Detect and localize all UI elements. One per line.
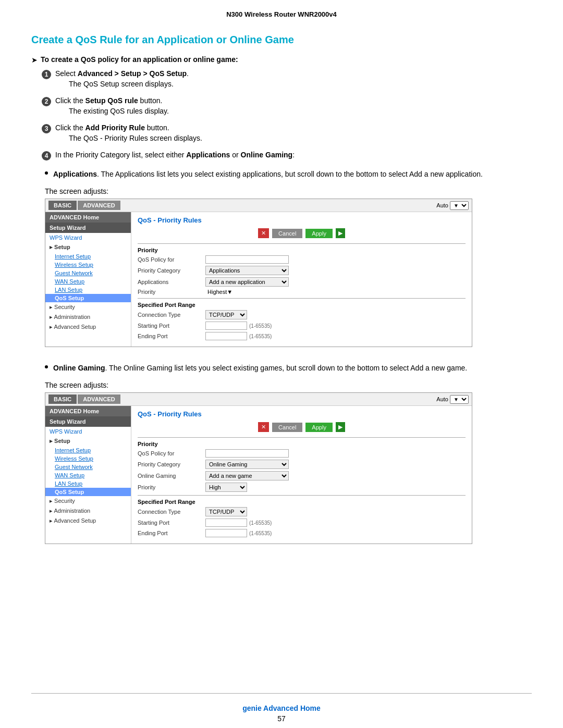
- intro-bullet: ➤ To create a QoS policy for an applicat…: [31, 55, 532, 64]
- starting-port-input-2[interactable]: [205, 519, 247, 527]
- priority-category-select-2[interactable]: Online Gaming: [205, 460, 289, 469]
- apply-btn-1[interactable]: Apply: [305, 229, 333, 238]
- tab-advanced-2[interactable]: ADVANCED: [78, 394, 120, 404]
- apply-arrow-1[interactable]: ▶: [336, 228, 345, 238]
- priority-category-select-1[interactable]: Applications: [205, 266, 289, 275]
- priority-row-2: Priority High: [138, 483, 466, 492]
- btn-row-2: ✕ Cancel Apply ▶: [138, 422, 466, 432]
- online-gaming-label-2: Online Gaming: [138, 473, 205, 479]
- step-1-text: Select Advanced > Setup > QoS Setup.: [55, 69, 189, 78]
- step-2-badge: 2: [42, 97, 51, 106]
- ending-port-input-2[interactable]: [205, 529, 247, 537]
- page-footer: genie Advanced Home 57: [31, 693, 532, 728]
- router-main-2: QoS - Priority Rules ✕ Cancel Apply ▶ Pr…: [131, 406, 472, 544]
- footer-page-number: 57: [31, 714, 532, 723]
- qos-policy-label-1: QoS Policy for: [138, 256, 205, 263]
- apply-arrow-2[interactable]: ▶: [336, 422, 345, 432]
- connection-type-row-2: Connection Type TCP/UDP: [138, 507, 466, 516]
- tab-advanced-1[interactable]: ADVANCED: [78, 201, 120, 210]
- screen-adjusts-label-2: The screen adjusts:: [45, 381, 532, 389]
- step-4: 4 In the Priority Category list, select …: [42, 151, 532, 161]
- sidebar-wireless-setup-2[interactable]: Wireless Setup: [45, 454, 131, 463]
- apply-btn-2[interactable]: Apply: [305, 423, 333, 432]
- ending-port-row-2: Ending Port (1-65535): [138, 529, 466, 537]
- step-1-badge: 1: [42, 70, 51, 79]
- cancel-btn-2[interactable]: Cancel: [272, 423, 302, 432]
- cancel-x-btn-1[interactable]: ✕: [258, 228, 269, 238]
- connection-type-row-1: Connection Type TCP/UDP: [138, 310, 466, 319]
- router-sidebar-1: ADVANCED Home Setup Wizard WPS Wizard ▸ …: [45, 212, 131, 347]
- sidebar-guest-network-2[interactable]: Guest Network: [45, 463, 131, 471]
- sidebar-lan-setup-1[interactable]: LAN Setup: [45, 286, 131, 294]
- qos-policy-row-2: QoS Policy for: [138, 449, 466, 458]
- sidebar-setup-2[interactable]: ▸ Setup: [45, 436, 131, 446]
- sidebar-internet-setup-1[interactable]: Internet Setup: [45, 252, 131, 261]
- sidebar-setup-wizard-1[interactable]: Setup Wizard: [45, 223, 131, 233]
- sidebar-advanced-home-2[interactable]: ADVANCED Home: [45, 406, 131, 416]
- applications-label-1: Applications: [138, 279, 205, 285]
- section-title: Create a QoS Rule for an Application or …: [31, 34, 532, 46]
- sidebar-guest-network-1[interactable]: Guest Network: [45, 269, 131, 277]
- sidebar-qos-setup-2[interactable]: QoS Setup: [45, 488, 131, 496]
- auto-select-2: Auto ▼: [436, 395, 469, 404]
- sidebar-advanced-setup-2[interactable]: ▸ Advanced Setup: [45, 516, 131, 526]
- starting-port-input-1[interactable]: [205, 322, 247, 330]
- page-top-title: N300 Wireless Router WNR2000v4: [31, 10, 532, 18]
- main-title-1: QoS - Priority Rules: [138, 216, 466, 224]
- sidebar-wps-2[interactable]: WPS Wizard: [45, 427, 131, 436]
- sidebar-security-1[interactable]: ▸ Security: [45, 302, 131, 312]
- screen-adjusts-label-1: The screen adjusts:: [45, 187, 532, 195]
- priority-select-2[interactable]: High: [205, 483, 247, 492]
- sidebar-admin-1[interactable]: ▸ Administration: [45, 312, 131, 322]
- applications-select-1[interactable]: Add a new application: [205, 277, 289, 287]
- applications-row-1: Applications Add a new application: [138, 277, 466, 287]
- ending-port-row-1: Ending Port (1-65535): [138, 332, 466, 340]
- sidebar-qos-setup-1[interactable]: QoS Setup: [45, 294, 131, 302]
- cancel-btn-1[interactable]: Cancel: [272, 229, 302, 238]
- step-2-sub: The existing QoS rules display.: [69, 107, 169, 115]
- auto-dropdown-2[interactable]: ▼: [450, 395, 469, 404]
- port-range-section-1: Specified Port Range: [138, 302, 466, 308]
- sidebar-advanced-setup-1[interactable]: ▸ Advanced Setup: [45, 322, 131, 332]
- footer-link[interactable]: genie Advanced Home: [242, 704, 321, 712]
- priority-category-label-1: Priority Category: [138, 267, 205, 274]
- starting-port-hint-1: (1-65535): [249, 323, 272, 329]
- bullet-dot-1: [45, 171, 48, 175]
- sidebar-wireless-setup-1[interactable]: Wireless Setup: [45, 261, 131, 269]
- tab-basic-2[interactable]: BASIC: [48, 394, 77, 404]
- sidebar-lan-setup-2[interactable]: LAN Setup: [45, 479, 131, 488]
- sidebar-advanced-home-1[interactable]: ADVANCED Home: [45, 212, 131, 223]
- sidebar-admin-2[interactable]: ▸ Administration: [45, 506, 131, 516]
- sidebar-security-2[interactable]: ▸ Security: [45, 496, 131, 506]
- cancel-x-btn-2[interactable]: ✕: [258, 422, 269, 432]
- step-2-text: Click the Setup QoS rule button.: [55, 96, 162, 105]
- priority-section-label-1: Priority: [138, 247, 466, 253]
- qos-policy-input-1[interactable]: [205, 255, 289, 264]
- step-2: 2 Click the Setup QoS rule button. The e…: [42, 96, 532, 120]
- sidebar-setup-wizard-2[interactable]: Setup Wizard: [45, 416, 131, 427]
- tab-basic-1[interactable]: BASIC: [48, 201, 77, 210]
- qos-policy-input-2[interactable]: [205, 449, 289, 458]
- auto-dropdown-1[interactable]: ▼: [450, 201, 469, 210]
- step-4-badge: 4: [42, 151, 51, 161]
- sidebar-wan-setup-2[interactable]: WAN Setup: [45, 471, 131, 479]
- starting-port-label-1: Starting Port: [138, 323, 205, 329]
- priority-label-1: Priority: [138, 289, 205, 295]
- priority-value-1: Highest: [207, 289, 227, 295]
- steps-list: 1 Select Advanced > Setup > QoS Setup. T…: [42, 69, 532, 164]
- step-3-sub: The QoS - Priority Rules screen displays…: [69, 134, 202, 142]
- sidebar-wps-1[interactable]: WPS Wizard: [45, 233, 131, 242]
- priority-row-1: Priority Highest ▼: [138, 289, 466, 295]
- sidebar-setup-1[interactable]: ▸ Setup: [45, 242, 131, 252]
- online-gaming-select-2[interactable]: Add a new game: [205, 471, 289, 480]
- applications-bullet: Applications. The Applications list lets…: [45, 169, 532, 180]
- step-4-text: In the Priority Category list, select ei…: [55, 151, 295, 159]
- sidebar-internet-setup-2[interactable]: Internet Setup: [45, 446, 131, 454]
- ending-port-input-1[interactable]: [205, 332, 247, 340]
- connection-type-select-1[interactable]: TCP/UDP: [205, 310, 247, 319]
- connection-type-select-2[interactable]: TCP/UDP: [205, 507, 247, 516]
- connection-type-label-2: Connection Type: [138, 509, 205, 515]
- sidebar-wan-setup-1[interactable]: WAN Setup: [45, 277, 131, 286]
- ending-port-label-2: Ending Port: [138, 530, 205, 536]
- arrow-icon: ➤: [31, 56, 38, 64]
